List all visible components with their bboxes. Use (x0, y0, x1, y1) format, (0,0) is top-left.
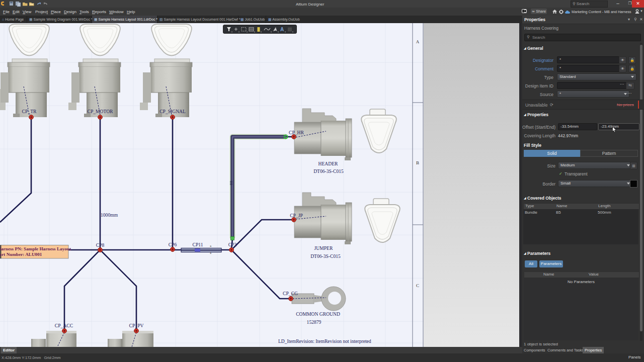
svg-text:B: B (416, 160, 419, 165)
svg-text:*: * (210, 244, 212, 249)
svg-text:A: A (280, 27, 284, 32)
svg-text:C: C (416, 283, 419, 288)
svg-text:COMMON GROUND: COMMON GROUND (296, 311, 340, 317)
svg-text:LD_ItemRevision: ItemRevision: LD_ItemRevision: ItemRevision not interp… (278, 338, 371, 344)
svg-text:CP_HR: CP_HR (289, 130, 304, 135)
svg-text:*: * (210, 251, 212, 256)
svg-text:CP_TR: CP_TR (22, 109, 37, 114)
svg-text:CP_PV: CP_PV (129, 323, 144, 328)
svg-text:CP11: CP11 (193, 242, 203, 247)
svg-text:CP3: CP3 (228, 242, 237, 247)
svg-text:JUMPER: JUMPER (314, 245, 333, 251)
svg-text:CP_SIGNAL: CP_SIGNAL (159, 109, 186, 114)
svg-text:A: A (416, 39, 420, 44)
svg-text:1000mm: 1000mm (101, 212, 118, 218)
svg-text:Harness PN: Sample Harness Lay: Harness PN: Sample Harness Layout (0, 246, 71, 251)
svg-text:CP_MOTOR: CP_MOTOR (87, 109, 113, 114)
svg-text:CP_JP: CP_JP (290, 213, 303, 218)
svg-text:DT06-3S-C015: DT06-3S-C015 (313, 168, 344, 174)
svg-text:CP_CG: CP_CG (283, 291, 298, 296)
svg-text:CP6: CP6 (169, 242, 177, 247)
svg-text:CP_ACC: CP_ACC (55, 323, 73, 328)
svg-text:CP8: CP8 (96, 242, 105, 248)
svg-text:152879: 152879 (307, 319, 321, 325)
svg-text:DT06-3S-C015: DT06-3S-C015 (310, 253, 341, 259)
svg-text:Part Number: ALU001: Part Number: ALU001 (0, 252, 42, 257)
svg-text:HEADER: HEADER (318, 161, 339, 166)
